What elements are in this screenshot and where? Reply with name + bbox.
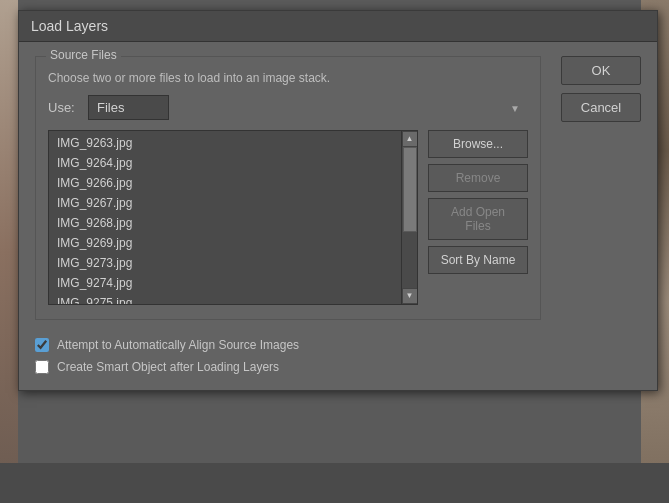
description-text: Choose two or more files to load into an… [48, 71, 528, 85]
file-item[interactable]: IMG_9263.jpg [49, 133, 401, 153]
file-item[interactable]: IMG_9264.jpg [49, 153, 401, 173]
add-open-files-button[interactable]: Add Open Files [428, 198, 528, 240]
smart-object-row: Create Smart Object after Loading Layers [35, 360, 541, 374]
dialog-body: Source Files Choose two or more files to… [19, 42, 657, 390]
scroll-up-arrow[interactable]: ▲ [402, 131, 418, 147]
file-item[interactable]: IMG_9268.jpg [49, 213, 401, 233]
checkbox-section: Attempt to Automatically Align Source Im… [35, 338, 541, 374]
arrow-down-icon: ▼ [406, 292, 414, 300]
smart-object-checkbox[interactable] [35, 360, 49, 374]
use-select-wrapper: Files Folder Open Files [88, 95, 528, 120]
bg-bottom [0, 463, 669, 503]
ok-button[interactable]: OK [561, 56, 641, 85]
auto-align-checkbox[interactable] [35, 338, 49, 352]
file-item[interactable]: IMG_9269.jpg [49, 233, 401, 253]
load-layers-dialog: Load Layers Source Files Choose two or m… [18, 10, 658, 391]
files-row: IMG_9263.jpgIMG_9264.jpgIMG_9266.jpgIMG_… [48, 130, 528, 305]
sort-by-name-button[interactable]: Sort By Name [428, 246, 528, 274]
use-label: Use: [48, 100, 78, 115]
scroll-track [402, 147, 418, 288]
browse-button[interactable]: Browse... [428, 130, 528, 158]
file-item[interactable]: IMG_9267.jpg [49, 193, 401, 213]
smart-object-label[interactable]: Create Smart Object after Loading Layers [57, 360, 279, 374]
cancel-button[interactable]: Cancel [561, 93, 641, 122]
right-actions: OK Cancel [561, 56, 641, 374]
left-content: Source Files Choose two or more files to… [35, 56, 541, 374]
custom-scrollbar: ▲ ▼ [401, 131, 417, 304]
file-item[interactable]: IMG_9274.jpg [49, 273, 401, 293]
auto-align-row: Attempt to Automatically Align Source Im… [35, 338, 541, 352]
scroll-thumb[interactable] [403, 147, 417, 232]
auto-align-label[interactable]: Attempt to Automatically Align Source Im… [57, 338, 299, 352]
bg-strip-left [0, 0, 18, 503]
dialog-title: Load Layers [31, 18, 108, 34]
file-item[interactable]: IMG_9273.jpg [49, 253, 401, 273]
file-item[interactable]: IMG_9275.jpg [49, 293, 401, 304]
file-buttons: Browse... Remove Add Open Files Sort By … [428, 130, 528, 305]
arrow-up-icon: ▲ [406, 135, 414, 143]
use-row: Use: Files Folder Open Files [48, 95, 528, 120]
use-select[interactable]: Files Folder Open Files [88, 95, 169, 120]
source-files-group: Source Files Choose two or more files to… [35, 56, 541, 320]
dialog-titlebar: Load Layers [19, 11, 657, 42]
remove-button[interactable]: Remove [428, 164, 528, 192]
scroll-down-arrow[interactable]: ▼ [402, 288, 418, 304]
source-files-legend: Source Files [46, 48, 121, 62]
file-list-container: IMG_9263.jpgIMG_9264.jpgIMG_9266.jpgIMG_… [48, 130, 418, 305]
file-item[interactable]: IMG_9266.jpg [49, 173, 401, 193]
file-list[interactable]: IMG_9263.jpgIMG_9264.jpgIMG_9266.jpgIMG_… [49, 131, 401, 304]
